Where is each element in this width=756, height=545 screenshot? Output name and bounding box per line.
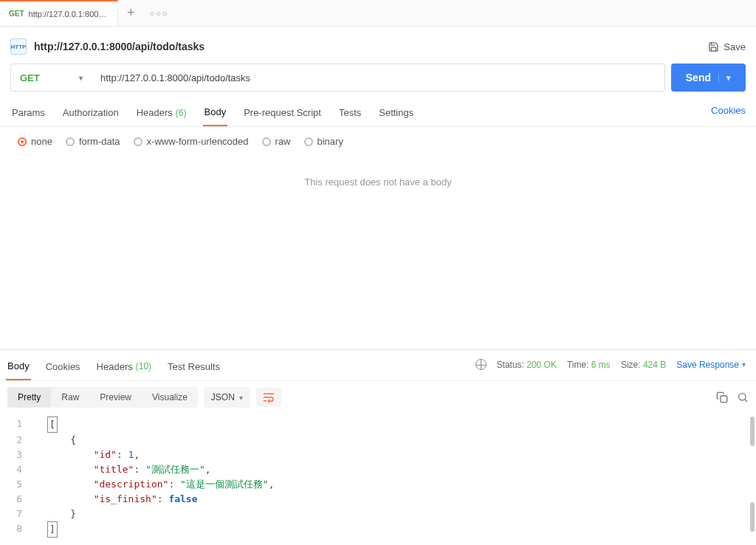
- body-type-binary[interactable]: binary: [304, 136, 343, 147]
- view-visualize[interactable]: Visualize: [142, 387, 198, 408]
- resp-tab-cookies[interactable]: Cookies: [44, 357, 82, 380]
- body-type-none[interactable]: none: [18, 136, 52, 147]
- time-label: Time: 6 ms: [567, 360, 611, 370]
- tab-params[interactable]: Params: [10, 103, 47, 126]
- tab-settings[interactable]: Settings: [377, 103, 415, 126]
- tab-label: http://127.0.0.1:8000/api/t: [29, 10, 109, 18]
- tab-headers[interactable]: Headers(6): [135, 103, 188, 126]
- body-type-formdata[interactable]: form-data: [66, 136, 120, 147]
- body-type-xwww[interactable]: x-www-form-urlencoded: [134, 136, 249, 147]
- resp-tab-body[interactable]: Body: [6, 356, 31, 380]
- tab-prerequest[interactable]: Pre-request Script: [242, 103, 323, 126]
- svg-line-4: [745, 400, 747, 402]
- globe-icon[interactable]: [475, 359, 487, 370]
- svg-point-3: [739, 394, 746, 400]
- tab-tests[interactable]: Tests: [337, 103, 362, 126]
- tab-bar: GET http://127.0.0.1:8000/api/t + ○○○: [0, 0, 756, 27]
- body-type-raw[interactable]: raw: [262, 136, 291, 147]
- language-select[interactable]: JSON▾: [204, 387, 250, 408]
- scrollbar-thumb[interactable]: [750, 502, 755, 532]
- view-mode-segmented: Pretty Raw Preview Visualize: [7, 387, 198, 408]
- request-header: HTTP http://127.0.0.1:8000/api/todo/task…: [0, 27, 756, 61]
- url-row: GET ▾ Send ▾: [0, 61, 756, 97]
- resp-tab-headers[interactable]: Headers(10): [95, 357, 153, 380]
- response-body[interactable]: 1[ 2 { 3 "id": 1, 4 "title": "測試任務一", 5 …: [0, 414, 756, 545]
- chevron-down-icon: ▾: [79, 74, 83, 82]
- scrollbar-thumb[interactable]: [750, 417, 755, 446]
- http-icon: HTTP: [10, 38, 27, 55]
- send-button[interactable]: Send ▾: [671, 64, 746, 92]
- view-pretty[interactable]: Pretty: [7, 387, 51, 408]
- svg-rect-2: [721, 396, 727, 402]
- tab-method: GET: [9, 10, 24, 18]
- method-select[interactable]: GET ▾: [10, 64, 92, 92]
- body-type-selector: none form-data x-www-form-urlencoded raw…: [0, 127, 756, 156]
- view-preview[interactable]: Preview: [89, 387, 142, 408]
- new-tab-button[interactable]: +: [118, 5, 144, 21]
- tab-authorization[interactable]: Authorization: [61, 103, 120, 126]
- resp-tab-tests[interactable]: Test Results: [166, 357, 221, 380]
- chevron-down-icon: ▾: [742, 360, 746, 369]
- view-raw[interactable]: Raw: [51, 387, 89, 408]
- url-input[interactable]: [92, 64, 665, 92]
- wrap-lines-button[interactable]: [256, 388, 281, 407]
- status-label: Status: 200 OK: [497, 360, 557, 370]
- tab-body[interactable]: Body: [203, 102, 228, 126]
- cookies-link[interactable]: Cookies: [711, 105, 746, 123]
- chevron-down-icon[interactable]: ▾: [718, 73, 731, 83]
- request-tabs: Params Authorization Headers(6) Body Pre…: [0, 97, 756, 127]
- copy-icon[interactable]: [716, 391, 728, 403]
- save-button[interactable]: Save: [708, 41, 746, 52]
- method-value: GET: [20, 72, 40, 83]
- response-view-toolbar: Pretty Raw Preview Visualize JSON▾: [0, 381, 756, 414]
- size-label: Size: 424 B: [621, 360, 666, 370]
- request-tab[interactable]: GET http://127.0.0.1:8000/api/t: [0, 0, 118, 26]
- wrap-icon: [263, 392, 275, 402]
- tab-options-button[interactable]: ○○○: [144, 9, 175, 18]
- send-label: Send: [686, 72, 711, 83]
- empty-body-message: This request does not have a body: [0, 156, 756, 208]
- save-icon: [708, 41, 719, 52]
- save-response-button[interactable]: Save Response ▾: [676, 360, 746, 370]
- save-label: Save: [724, 41, 746, 52]
- chevron-down-icon: ▾: [239, 394, 243, 402]
- response-tabs: Body Cookies Headers(10) Test Results St…: [0, 350, 756, 381]
- request-title: http://127.0.0.1:8000/api/todo/tasks: [34, 41, 205, 52]
- search-icon[interactable]: [737, 391, 749, 403]
